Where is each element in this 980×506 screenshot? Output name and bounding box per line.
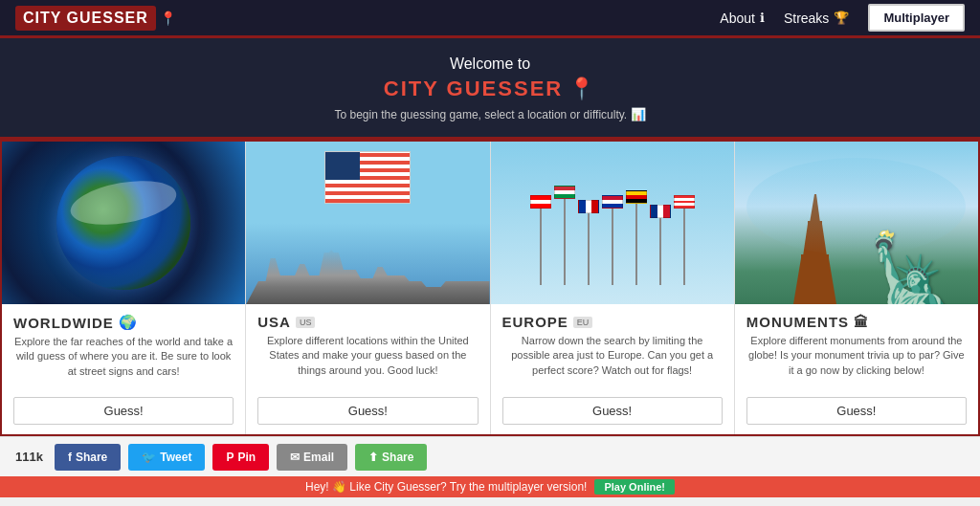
streaks-nav-item[interactable]: Streaks 🏆 bbox=[784, 11, 849, 26]
header: CITY GUESSER 📍 About ℹ Streaks 🏆 Multipl… bbox=[0, 0, 980, 38]
about-label: About bbox=[720, 11, 755, 26]
card-usa-title: USA US bbox=[257, 314, 478, 330]
usa-badge: US bbox=[296, 317, 316, 328]
card-worldwide-image bbox=[2, 142, 245, 304]
svg-rect-3 bbox=[801, 254, 829, 258]
monuments-guess-button[interactable]: Guess! bbox=[746, 397, 967, 425]
card-worldwide-title: WORLDWIDE 🌍 bbox=[13, 314, 234, 331]
card-monuments-title: MONUMENTS 🏛 bbox=[746, 314, 967, 330]
chart-icon: 📊 bbox=[631, 107, 646, 121]
flag-pole-6 bbox=[650, 180, 671, 285]
logo-text: CITY GUESSER bbox=[15, 6, 156, 31]
card-europe: EUROPE EU Narrow down the search by limi… bbox=[491, 142, 735, 434]
bottom-bar-message: Hey! 👋 Like City Guesser? Try the multip… bbox=[305, 480, 587, 494]
share-twitter-button[interactable]: 🐦 Tweet bbox=[128, 444, 205, 471]
share-icon: ⬆ bbox=[368, 451, 378, 464]
card-usa-body: USA US Explore different locations withi… bbox=[246, 304, 489, 434]
card-europe-title: EUROPE EU bbox=[502, 314, 723, 330]
hero-title: CITY GUESSER 📍 bbox=[19, 77, 961, 101]
twitter-icon: 🐦 bbox=[142, 451, 156, 464]
share-bar: 111k f Share 🐦 Tweet P Pin ✉ Email ⬆ Sha… bbox=[0, 436, 980, 476]
flag-pole-1 bbox=[530, 170, 551, 285]
earth-visual bbox=[56, 156, 190, 290]
worldwide-guess-button[interactable]: Guess! bbox=[13, 397, 234, 425]
share-pinterest-button[interactable]: P Pin bbox=[212, 444, 269, 471]
share-generic-button[interactable]: ⬆ Share bbox=[355, 444, 427, 471]
multiplayer-button[interactable]: Multiplayer bbox=[868, 4, 965, 32]
card-monuments: 🗽 MONUMENTS 🏛 Explore different monument… bbox=[735, 142, 978, 434]
usa-skyline bbox=[246, 247, 489, 304]
hero-subtitle: To begin the guessing game, select a loc… bbox=[19, 107, 961, 121]
hero-title-text: CITY GUESSER bbox=[384, 77, 563, 101]
logo-pin-icon: 📍 bbox=[160, 11, 176, 26]
usa-flag-canton bbox=[325, 152, 360, 180]
flag-pole-3 bbox=[578, 175, 599, 285]
europe-guess-button[interactable]: Guess! bbox=[502, 397, 723, 425]
card-worldwide: WORLDWIDE 🌍 Explore the far reaches of t… bbox=[2, 142, 246, 434]
play-online-button[interactable]: Play Online! bbox=[594, 479, 675, 495]
share-facebook-button[interactable]: f Share bbox=[55, 444, 121, 471]
europe-badge: EU bbox=[573, 317, 593, 328]
share-count: 111k bbox=[15, 450, 43, 464]
card-europe-desc: Narrow down the search by limiting the p… bbox=[502, 334, 723, 389]
hero-pin-icon: 📍 bbox=[568, 77, 596, 101]
pinterest-icon: P bbox=[226, 451, 234, 464]
cards-area: WORLDWIDE 🌍 Explore the far reaches of t… bbox=[0, 140, 980, 436]
facebook-icon: f bbox=[68, 451, 72, 464]
share-email-button[interactable]: ✉ Email bbox=[277, 444, 347, 471]
card-europe-image bbox=[491, 142, 734, 304]
monuments-icon: 🏛 bbox=[854, 314, 869, 330]
svg-marker-4 bbox=[793, 258, 836, 304]
usa-flag bbox=[324, 151, 411, 204]
card-monuments-body: MONUMENTS 🏛 Explore different monuments … bbox=[735, 304, 978, 434]
card-worldwide-desc: Explore the far reaches of the world and… bbox=[13, 335, 234, 389]
logo[interactable]: CITY GUESSER 📍 bbox=[15, 6, 176, 31]
flag-pole-5 bbox=[626, 165, 647, 285]
info-icon: ℹ bbox=[760, 11, 765, 25]
trophy-icon: 🏆 bbox=[834, 11, 849, 25]
streaks-label: Streaks bbox=[784, 11, 829, 26]
card-monuments-image: 🗽 bbox=[735, 142, 978, 304]
card-usa: USA US Explore different locations withi… bbox=[246, 142, 490, 434]
card-monuments-desc: Explore different monuments from around … bbox=[746, 334, 967, 389]
flags-visual bbox=[525, 156, 700, 290]
email-icon: ✉ bbox=[290, 451, 300, 464]
earth-cloud bbox=[67, 174, 180, 232]
hero-section: Welcome to CITY GUESSER 📍 To begin the g… bbox=[0, 38, 980, 140]
card-worldwide-body: WORLDWIDE 🌍 Explore the far reaches of t… bbox=[2, 304, 245, 434]
hero-welcome: Welcome to bbox=[19, 55, 961, 73]
flag-pole-7 bbox=[674, 170, 695, 285]
flag-pole-2 bbox=[554, 161, 575, 285]
card-usa-desc: Explore different locations within the U… bbox=[257, 334, 478, 389]
header-nav: About ℹ Streaks 🏆 Multiplayer bbox=[720, 4, 965, 32]
bottom-bar: Hey! 👋 Like City Guesser? Try the multip… bbox=[0, 476, 980, 497]
card-europe-body: EUROPE EU Narrow down the search by limi… bbox=[491, 304, 734, 434]
flag-pole-4 bbox=[602, 170, 623, 285]
card-usa-image bbox=[246, 142, 489, 304]
usa-guess-button[interactable]: Guess! bbox=[257, 397, 478, 425]
worldwide-globe-icon: 🌍 bbox=[119, 314, 138, 331]
about-nav-item[interactable]: About ℹ bbox=[720, 11, 765, 26]
